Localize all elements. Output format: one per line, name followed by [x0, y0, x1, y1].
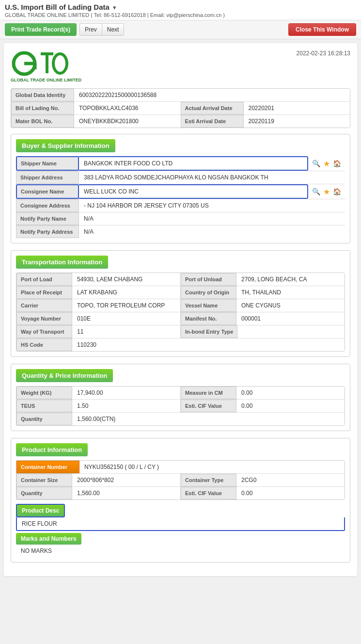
container-size-label: Container Size — [16, 474, 72, 486]
carrier-cell: Carrier TOPO, TOR PETROLEUM CORP — [16, 299, 181, 312]
shipper-name-row: Shipper Name BANGKOK INTER FOOD CO LTD 🔍… — [16, 156, 345, 171]
container-number-row: Container Number NYKU3562150 ( 00 / L / … — [16, 461, 345, 474]
manifest-cell: Manifest No. 000001 — [181, 312, 345, 325]
notify-address-value: N/A — [79, 225, 345, 238]
voyage-value: 010E — [72, 312, 180, 325]
shipper-search-icon[interactable]: 🔍 — [312, 160, 320, 167]
measure-label: Measure in CM — [181, 386, 236, 399]
product-desc-value: RICE FLOUR — [16, 517, 345, 531]
esti-cif-value: 0.00 — [236, 400, 345, 412]
consignee-name-value: WELL LUCK CO INC — [79, 184, 308, 199]
weight-cell: Weight (KG) 17,940.00 — [16, 386, 181, 399]
toolbar-left: Print Trade Record(s) Prev Next — [5, 23, 124, 36]
master-bol-value: ONEYBKKBDK201800 — [74, 115, 181, 128]
notify-address-row: Notify Party Address N/A — [16, 225, 345, 238]
consignee-icons: 🔍 ★ 🏠 — [308, 184, 345, 199]
hs-code-label: HS Code — [16, 338, 72, 351]
shipper-star-icon[interactable]: ★ — [323, 159, 330, 168]
shipper-name-label: Shipper Name — [16, 156, 79, 171]
next-button[interactable]: Next — [102, 23, 125, 36]
place-receipt-cell: Place of Receipt LAT KRABANG — [16, 286, 181, 299]
bol-value: TOPOBKKLAXLC4036 — [74, 102, 181, 114]
transport-row-3: Carrier TOPO, TOR PETROLEUM CORP Vessel … — [16, 299, 345, 312]
port-unload-value: 2709, LONG BEACH, CA — [236, 273, 345, 286]
transport-table: Port of Load 54930, LAEM CHABANG Port of… — [16, 273, 345, 352]
consignee-star-icon[interactable]: ★ — [323, 187, 330, 196]
main-content: GLOBAL TRADE ONLINE LIMITED 2022-02-23 1… — [4, 43, 357, 576]
consignee-search-icon[interactable]: 🔍 — [312, 188, 320, 195]
vessel-cell: Vessel Name ONE CYGNUS — [181, 299, 345, 312]
identity-section: Global Data Identity 6003202220215000001… — [11, 88, 350, 128]
consignee-address-row: Consignee Address - NJ 104 HARBOR DR JER… — [16, 199, 345, 212]
prev-button[interactable]: Prev — [79, 23, 102, 36]
quantity-price-section: Quantity & Price Information Weight (KG)… — [11, 364, 350, 431]
product-table: Container Number NYKU3562150 ( 00 / L / … — [16, 460, 345, 500]
country-origin-value: TH, THAILAND — [236, 286, 345, 299]
prod-cif-value: 0.00 — [236, 487, 345, 499]
shipper-address-value: 383 LADYA ROAD SOMDEJCHAOPHAYA KLO NGSAN… — [79, 171, 345, 184]
consignee-home-icon[interactable]: 🏠 — [333, 188, 341, 195]
port-load-cell: Port of Load 54930, LAEM CHABANG — [16, 273, 181, 286]
measure-cell: Measure in CM 0.00 — [181, 386, 345, 399]
port-unload-cell: Port of Unload 2709, LONG BEACH, CA — [181, 273, 345, 286]
page-title: U.S. Import Bill of Lading Data — [5, 3, 110, 11]
actual-arrival-label: Actual Arrival Date — [181, 102, 244, 114]
transport-row-1: Port of Load 54930, LAEM CHABANG Port of… — [16, 273, 345, 286]
container-size-value: 2000*806*802 — [72, 474, 180, 486]
shipper-home-icon[interactable]: 🏠 — [333, 160, 341, 167]
quantity-price-header: Quantity & Price Information — [16, 369, 113, 382]
prod-cif-label: Esti. CIF Value — [181, 487, 236, 499]
notify-address-label: Notify Party Address — [16, 225, 79, 238]
product-section: Product Information Container Number NYK… — [11, 438, 350, 563]
manifest-value: 000001 — [236, 312, 345, 325]
in-bond-cell: In-bond Entry Type — [181, 325, 345, 338]
manifest-label: Manifest No. — [181, 312, 236, 325]
weight-value: 17,940.00 — [72, 386, 180, 399]
port-unload-label: Port of Unload — [181, 273, 236, 286]
place-receipt-value: LAT KRABANG — [72, 286, 180, 299]
esti-cif-cell: Esti. CIF Value 0.00 — [181, 400, 345, 412]
gdi-value: 600320222021500000136588 — [74, 89, 350, 101]
hs-code-value: 110230 — [72, 338, 345, 351]
gto-logo — [11, 50, 69, 77]
teus-value: 1.50 — [72, 400, 180, 412]
transport-row-2: Place of Receipt LAT KRABANG Country of … — [16, 286, 345, 299]
print-button[interactable]: Print Trade Record(s) — [5, 23, 77, 36]
transportation-body: Port of Load 54930, LAEM CHABANG Port of… — [11, 273, 350, 356]
consignee-address-value: - NJ 104 HARBOR DR JERSEY CITY 07305 US — [79, 199, 345, 212]
measure-value: 0.00 — [236, 386, 345, 399]
shipper-address-row: Shipper Address 383 LADYA ROAD SOMDEJCHA… — [16, 171, 345, 184]
container-type-cell: Container Type 2CG0 — [181, 474, 345, 486]
nav-buttons: Prev Next — [79, 23, 124, 36]
title-arrow[interactable]: ▾ — [113, 4, 116, 11]
consignee-name-label: Consignee Name — [16, 184, 79, 199]
qp-quantity-value: 1,560.00(CTN) — [72, 413, 345, 425]
toolbar: Print Trade Record(s) Prev Next Close Th… — [0, 20, 361, 39]
way-transport-label: Way of Transport — [16, 325, 72, 338]
port-load-value: 54930, LAEM CHABANG — [72, 273, 180, 286]
transportation-section: Transportation Information Port of Load … — [11, 250, 350, 357]
carrier-value: TOPO, TOR PETROLEUM CORP — [72, 299, 180, 312]
notify-name-row: Notify Party Name N/A — [16, 212, 345, 225]
transportation-header: Transportation Information — [16, 256, 108, 269]
container-size-cell: Container Size 2000*806*802 — [16, 474, 181, 486]
product-desc-section: Product Desc RICE FLOUR — [16, 504, 345, 531]
container-type-label: Container Type — [181, 474, 236, 486]
product-desc-label: Product Desc — [16, 504, 65, 517]
port-load-label: Port of Load — [16, 273, 72, 286]
actual-arrival-value: 20220201 — [244, 102, 350, 114]
vessel-value: ONE CYGNUS — [236, 299, 345, 312]
hs-code-row: HS Code 110230 — [16, 338, 345, 351]
qp-row-1: Weight (KG) 17,940.00 Measure in CM 0.00 — [16, 386, 345, 400]
teus-label: TEUS — [16, 400, 72, 412]
consignee-address-label: Consignee Address — [16, 199, 79, 212]
prod-quantity-value: 1,560.00 — [72, 487, 180, 499]
consignee-name-row: Consignee Name WELL LUCK CO INC 🔍 ★ 🏠 — [16, 184, 345, 199]
bol-label: Bill of Lading No. — [11, 102, 74, 114]
transport-row-5: Way of Transport 11 In-bond Entry Type — [16, 325, 345, 338]
buyer-supplier-body: Shipper Name BANGKOK INTER FOOD CO LTD 🔍… — [11, 156, 350, 243]
close-button[interactable]: Close This Window — [288, 23, 356, 36]
record-date: 2022-02-23 16:28:13 — [297, 50, 350, 57]
gdi-label: Global Data Identity — [11, 89, 74, 101]
country-origin-cell: Country of Origin TH, THAILAND — [181, 286, 345, 299]
